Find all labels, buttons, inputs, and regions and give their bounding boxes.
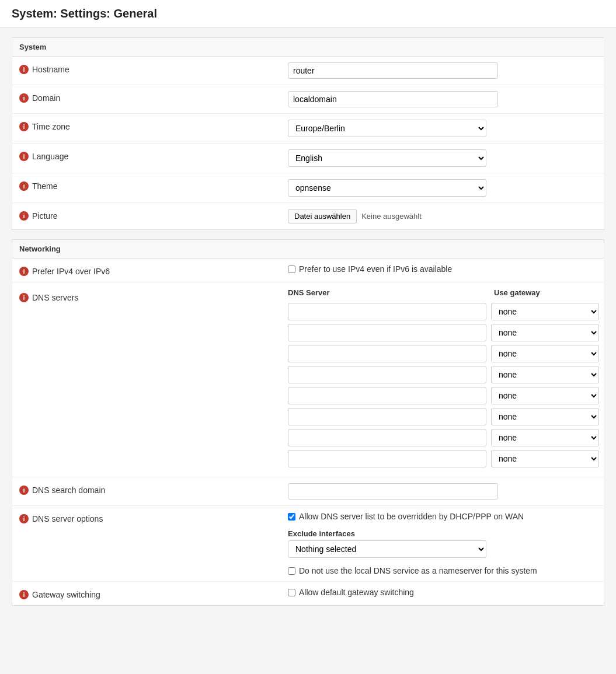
theme-row: i Theme opnsense dark light — [12, 173, 604, 203]
dns-search-domain-control — [288, 483, 597, 500]
system-section: System i Hostname i Domain i — [12, 37, 604, 230]
dns-override-checkbox-label: Allow DNS server list to be overridden b… — [299, 512, 524, 521]
dns-row: none — [288, 345, 605, 362]
local-dns-checkbox[interactable] — [288, 567, 295, 575]
hostname-label-area: i Hostname — [19, 62, 288, 74]
dns-row: none — [288, 324, 605, 341]
timezone-info-icon[interactable]: i — [19, 122, 29, 131]
dns-servers-control: DNS Server Use gateway none none none — [288, 288, 605, 471]
page-header: System: Settings: General — [0, 0, 616, 28]
dns-server-input-4[interactable] — [288, 366, 486, 383]
gateway-switching-info-icon[interactable]: i — [19, 590, 29, 599]
dns-servers-label-area: i DNS servers — [19, 288, 288, 302]
language-control: English Deutsch Français Español — [288, 149, 597, 167]
gateway-switching-checkbox-label: Allow default gateway switching — [299, 588, 414, 597]
networking-section: Networking i Prefer IPv4 over IPv6 Prefe… — [12, 239, 604, 606]
file-no-selection-label: Keine ausgewählt — [361, 212, 422, 221]
dns-server-options-row: i DNS server options Allow DNS server li… — [12, 506, 604, 582]
language-select[interactable]: English Deutsch Français Español — [288, 149, 486, 167]
gateway-switching-checkbox-area: Allow default gateway switching — [288, 588, 597, 597]
prefer-ipv4-label-area: i Prefer IPv4 over IPv6 — [19, 264, 288, 276]
timezone-label-area: i Time zone — [19, 120, 288, 131]
dns-server-options-label: DNS server options — [32, 514, 103, 523]
hostname-info-icon[interactable]: i — [19, 65, 29, 74]
networking-section-header: Networking — [12, 240, 604, 259]
domain-label: Domain — [32, 93, 60, 103]
gateway-switching-label: Gateway switching — [32, 590, 100, 599]
dns-gateway-select-1[interactable]: none — [491, 303, 599, 320]
timezone-control: Europe/Berlin UTC America/New_York Asia/… — [288, 120, 597, 137]
dns-server-options-info-icon[interactable]: i — [19, 514, 29, 523]
language-label-area: i Language — [19, 149, 288, 161]
dns-server-input-5[interactable] — [288, 387, 486, 404]
dns-gateway-select-3[interactable]: none — [491, 345, 599, 362]
dns-server-input-1[interactable] — [288, 303, 486, 320]
prefer-ipv4-checkbox-label: Prefer to use IPv4 even if IPv6 is avail… — [299, 264, 452, 274]
dns-row: none — [288, 429, 605, 446]
dns-row: none — [288, 387, 605, 404]
hostname-input[interactable] — [288, 62, 498, 79]
dns-server-input-8[interactable] — [288, 450, 486, 467]
dns-server-input-2[interactable] — [288, 324, 486, 341]
theme-select[interactable]: opnsense dark light — [288, 179, 486, 197]
dns-servers-info-icon[interactable]: i — [19, 293, 29, 302]
prefer-ipv4-label: Prefer IPv4 over IPv6 — [32, 267, 110, 276]
hostname-row: i Hostname — [12, 57, 604, 85]
dns-server-input-6[interactable] — [288, 408, 486, 425]
hostname-control — [288, 62, 597, 79]
gateway-switching-checkbox[interactable] — [288, 589, 295, 596]
dns-col-server-header: DNS Server — [288, 288, 489, 297]
dns-server-input-7[interactable] — [288, 429, 486, 446]
prefer-ipv4-info-icon[interactable]: i — [19, 267, 29, 276]
system-section-header: System — [12, 38, 604, 57]
domain-info-icon[interactable]: i — [19, 93, 29, 103]
dns-gateway-select-6[interactable]: none — [491, 408, 599, 425]
language-info-icon[interactable]: i — [19, 152, 29, 161]
domain-label-area: i Domain — [19, 91, 288, 103]
domain-row: i Domain — [12, 85, 604, 114]
timezone-label: Time zone — [32, 122, 70, 131]
dns-server-options-control: Allow DNS server list to be overridden b… — [288, 512, 597, 575]
dns-override-checkbox[interactable] — [288, 513, 295, 521]
hostname-label: Hostname — [32, 65, 69, 74]
timezone-select[interactable]: Europe/Berlin UTC America/New_York Asia/… — [288, 120, 486, 137]
exclude-interfaces-select[interactable]: Nothing selected — [288, 540, 486, 558]
prefer-ipv4-control: Prefer to use IPv4 even if IPv6 is avail… — [288, 264, 597, 274]
dns-search-domain-label: DNS search domain — [32, 486, 105, 495]
local-dns-checkbox-area: Do not use the local DNS service as a na… — [288, 566, 597, 575]
dns-gateway-select-7[interactable]: none — [491, 429, 599, 446]
dns-gateway-select-2[interactable]: none — [491, 324, 599, 341]
dns-row: none — [288, 303, 605, 320]
dns-gateway-select-8[interactable]: none — [491, 450, 599, 467]
file-input-area: Datei auswählen Keine ausgewählt — [288, 209, 597, 223]
dns-search-domain-row: i DNS search domain — [12, 477, 604, 506]
gateway-switching-row: i Gateway switching Allow default gatewa… — [12, 582, 604, 605]
dns-server-input-3[interactable] — [288, 345, 486, 362]
theme-label-area: i Theme — [19, 179, 288, 191]
exclude-interfaces-header: Exclude interfaces — [288, 529, 597, 538]
dns-override-checkbox-area: Allow DNS server list to be overridden b… — [288, 512, 597, 521]
prefer-ipv4-checkbox[interactable] — [288, 266, 295, 273]
dns-row: none — [288, 408, 605, 425]
dns-servers-row: i DNS servers DNS Server Use gateway non… — [12, 282, 604, 477]
picture-label-area: i Picture — [19, 209, 288, 221]
dns-search-domain-info-icon[interactable]: i — [19, 486, 29, 495]
prefer-ipv4-checkbox-area: Prefer to use IPv4 even if IPv6 is avail… — [288, 264, 597, 274]
dns-row: none — [288, 366, 605, 383]
picture-info-icon[interactable]: i — [19, 211, 29, 221]
page-title: System: Settings: General — [12, 7, 604, 20]
dns-server-options-label-area: i DNS server options — [19, 512, 288, 523]
domain-input[interactable] — [288, 91, 498, 107]
dns-gateway-select-5[interactable]: none — [491, 387, 599, 404]
exclude-interfaces-area: Exclude interfaces Nothing selected — [288, 529, 597, 558]
dns-search-domain-input[interactable] — [288, 483, 498, 500]
dns-search-domain-label-area: i DNS search domain — [19, 483, 288, 495]
language-row: i Language English Deutsch Français Espa… — [12, 144, 604, 173]
dns-row: none — [288, 450, 605, 467]
file-choose-button[interactable]: Datei auswählen — [288, 209, 357, 223]
picture-control: Datei auswählen Keine ausgewählt — [288, 209, 597, 223]
theme-control: opnsense dark light — [288, 179, 597, 197]
prefer-ipv4-row: i Prefer IPv4 over IPv6 Prefer to use IP… — [12, 259, 604, 282]
theme-info-icon[interactable]: i — [19, 181, 29, 191]
dns-gateway-select-4[interactable]: none — [491, 366, 599, 383]
